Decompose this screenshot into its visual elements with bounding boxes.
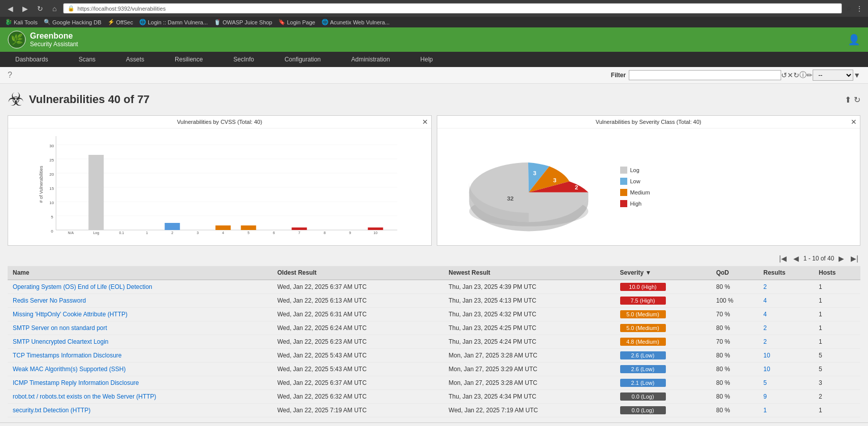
vuln-name-link-1[interactable]: Redis Server No Password xyxy=(13,297,86,304)
result-link-2[interactable]: 4 xyxy=(763,311,767,318)
vuln-name-link-2[interactable]: Missing 'HttpOnly' Cookie Attribute (HTT… xyxy=(13,311,127,318)
result-link-7[interactable]: 5 xyxy=(763,379,767,386)
severity-badge-4: 4.8 (Medium) xyxy=(620,338,666,346)
vuln-name-link-6[interactable]: Weak MAC Algorithm(s) Supported (SSH) xyxy=(13,366,126,373)
filter-dropdown-arrow[interactable]: ▼ xyxy=(853,71,860,79)
cell-results-9: 1 xyxy=(758,404,814,417)
col-name[interactable]: Name xyxy=(8,266,272,280)
pagination-bar: |◀ ◀ 1 - 10 of 40 ▶ ▶| xyxy=(0,251,868,266)
col-hosts[interactable]: Hosts xyxy=(814,266,860,280)
table-row: security.txt Detection (HTTP) Wed, Jan 2… xyxy=(8,404,860,417)
svg-text:30: 30 xyxy=(49,144,54,148)
nav-bar: Dashboards Scans Assets Resilience SecIn… xyxy=(0,52,868,67)
help-circle-icon[interactable]: ? xyxy=(8,71,12,80)
filter-info-icon[interactable]: ⓘ xyxy=(799,71,807,80)
col-oldest[interactable]: Oldest Result xyxy=(272,266,443,280)
cell-qod-4: 70 % xyxy=(711,335,758,349)
cell-hosts-3: 1 xyxy=(814,321,860,335)
nav-resilience[interactable]: Resilience xyxy=(159,52,218,67)
table-row: Operating System (OS) End of Life (EOL) … xyxy=(8,280,860,294)
nav-help[interactable]: Help xyxy=(405,52,448,67)
col-newest[interactable]: Newest Result xyxy=(443,266,615,280)
prev-page-button[interactable]: ◀ xyxy=(791,253,801,264)
nav-scans[interactable]: Scans xyxy=(63,52,111,67)
cell-oldest-3: Wed, Jan 22, 2025 6:24 AM UTC xyxy=(272,321,443,335)
nav-assets[interactable]: Assets xyxy=(111,52,159,67)
app-title: Greenbone Security Assistant xyxy=(30,31,78,48)
filter-reset-icon[interactable]: ↻ xyxy=(793,71,799,79)
cell-results-5: 10 xyxy=(758,349,814,363)
nav-configuration[interactable]: Configuration xyxy=(269,52,336,67)
bookmarks-bar: 🐉 Kali Tools 🔍 Google Hacking DB ⚡ OffSe… xyxy=(0,17,868,27)
vuln-name-link-3[interactable]: SMTP Server on non standard port xyxy=(13,324,107,332)
vuln-name-link-0[interactable]: Operating System (OS) End of Life (EOL) … xyxy=(13,283,152,290)
first-page-button[interactable]: |◀ xyxy=(777,253,789,264)
result-link-5[interactable]: 10 xyxy=(763,352,770,359)
col-qod[interactable]: QoD xyxy=(711,266,758,280)
filter-edit-icon[interactable]: ✏ xyxy=(807,71,813,79)
filter-saved-filters[interactable]: -- xyxy=(813,70,853,81)
bookmark-google-hacking[interactable]: 🔍 Google Hacking DB xyxy=(44,19,102,25)
svg-text:5: 5 xyxy=(247,231,249,235)
vuln-name-link-4[interactable]: SMTP Unencrypted Cleartext Login xyxy=(13,338,109,345)
extensions-icon[interactable]: ⋮ xyxy=(856,5,863,13)
bookmark-juice-shop[interactable]: 🥤 OWASP Juice Shop xyxy=(214,19,272,25)
cell-newest-3: Thu, Jan 23, 2025 4:25 PM UTC xyxy=(443,321,615,335)
bookmark-offsec[interactable]: ⚡ OffSec xyxy=(108,19,133,25)
cvss-chart-panel: Vulnerabilities by CVSS (Total: 40) ✕ # … xyxy=(8,115,432,246)
severity-pie-chart-svg: 32 3 3 2 xyxy=(447,134,610,240)
result-link-6[interactable]: 10 xyxy=(763,366,770,373)
bookmark-dvwa[interactable]: 🌐 Login :: Damn Vulnera... xyxy=(139,19,208,25)
nav-secinfo[interactable]: SecInfo xyxy=(218,52,269,67)
bookmark-login[interactable]: 🔖 Login Page xyxy=(278,19,315,25)
reload-button[interactable]: ↻ xyxy=(35,4,46,14)
bookmark-kali-tools[interactable]: 🐉 Kali Tools xyxy=(5,19,38,25)
result-link-3[interactable]: 2 xyxy=(763,324,767,332)
col-results[interactable]: Results xyxy=(758,266,814,280)
bookmark-acunetix[interactable]: 🌐 Acunetix Web Vulnera... xyxy=(322,19,390,25)
cell-newest-2: Thu, Jan 23, 2025 4:32 PM UTC xyxy=(443,308,615,321)
filter-refresh-icon[interactable]: ↺ xyxy=(781,71,787,79)
cvss-chart-close[interactable]: ✕ xyxy=(422,118,428,126)
cell-results-3: 2 xyxy=(758,321,814,335)
svg-text:7: 7 xyxy=(298,231,300,235)
legend-log: Log xyxy=(620,167,650,174)
cell-newest-7: Mon, Jan 27, 2025 3:28 AM UTC xyxy=(443,376,615,390)
svg-text:15: 15 xyxy=(49,186,54,191)
svg-rect-36 xyxy=(292,227,307,230)
nav-dashboards[interactable]: Dashboards xyxy=(0,52,63,67)
legend-medium-label: Medium xyxy=(630,189,650,195)
cell-name-6: Weak MAC Algorithm(s) Supported (SSH) xyxy=(8,363,272,376)
cell-newest-9: Wed, Jan 22, 2025 7:19 AM UTC xyxy=(443,404,615,417)
filter-clear-icon[interactable]: ✕ xyxy=(787,71,793,79)
result-link-8[interactable]: 9 xyxy=(763,393,767,400)
forward-button[interactable]: ▶ xyxy=(20,4,30,14)
cell-qod-6: 80 % xyxy=(711,363,758,376)
vuln-name-link-8[interactable]: robot.txt / robots.txt exists on the Web… xyxy=(13,393,156,400)
user-icon[interactable]: 👤 xyxy=(848,34,860,46)
svg-text:2: 2 xyxy=(574,184,578,190)
table-row: Missing 'HttpOnly' Cookie Attribute (HTT… xyxy=(8,308,860,321)
address-bar[interactable]: 🔒 https://localhost:9392/vulnerabilities xyxy=(63,3,842,14)
back-button[interactable]: ◀ xyxy=(5,4,16,14)
next-page-button[interactable]: ▶ xyxy=(837,253,846,264)
export-button[interactable]: ⬆ xyxy=(845,95,851,105)
nav-administration[interactable]: Administration xyxy=(336,52,405,67)
col-severity[interactable]: Severity ▼ xyxy=(615,266,711,280)
result-link-0[interactable]: 2 xyxy=(763,283,767,290)
vuln-name-link-7[interactable]: ICMP Timestamp Reply Information Disclos… xyxy=(13,379,139,386)
severity-chart-close[interactable]: ✕ xyxy=(851,118,857,126)
cell-name-8: robot.txt / robots.txt exists on the Web… xyxy=(8,390,272,404)
vuln-name-link-5[interactable]: TCP Timestamps Information Disclosure xyxy=(13,352,122,359)
filter-input[interactable] xyxy=(629,70,781,80)
security-icon: 🔒 xyxy=(68,5,75,12)
reload-page-button[interactable]: ↻ xyxy=(854,95,860,105)
last-page-button[interactable]: ▶| xyxy=(849,253,860,264)
vuln-name-link-9[interactable]: security.txt Detection (HTTP) xyxy=(13,407,90,414)
pie-legend: Log Low Medium High xyxy=(620,167,650,207)
result-link-1[interactable]: 4 xyxy=(763,297,767,304)
star-icon[interactable]: ☆ xyxy=(846,5,852,12)
home-button[interactable]: ⌂ xyxy=(50,4,59,14)
result-link-4[interactable]: 2 xyxy=(763,338,767,345)
result-link-9[interactable]: 1 xyxy=(763,407,767,414)
